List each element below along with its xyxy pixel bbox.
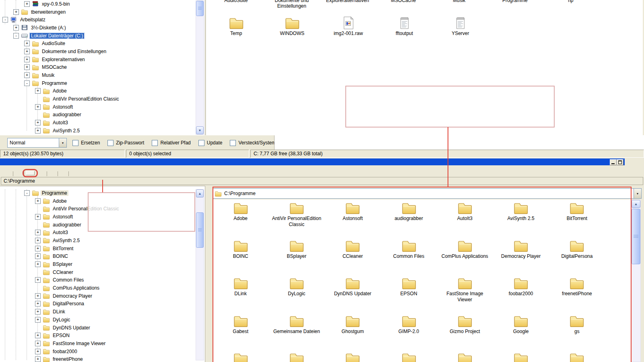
file-item[interactable]: EPSON xyxy=(381,275,437,313)
expander-toggle[interactable]: + xyxy=(35,104,41,110)
tree-item[interactable]: + Musik xyxy=(0,71,195,79)
file-item-partial[interactable] xyxy=(325,350,381,362)
tree-item[interactable]: + Astonsoft xyxy=(0,103,195,111)
expander-toggle[interactable]: + xyxy=(35,198,41,204)
expander-toggle[interactable]: + xyxy=(35,88,41,94)
expander-toggle[interactable]: + xyxy=(13,9,19,15)
expander-toggle[interactable]: + xyxy=(35,333,41,338)
file-item[interactable]: fftoutput xyxy=(376,14,432,52)
tree-item[interactable]: - Lokaler Datenträger (C:) xyxy=(0,32,195,40)
checkbox-box[interactable] xyxy=(72,140,78,146)
tree-item[interactable]: + foobar2000 xyxy=(0,348,195,356)
expander-toggle[interactable]: - xyxy=(24,190,30,196)
file-item[interactable]: Common Files xyxy=(381,237,437,275)
checkbox-option[interactable]: Ersetzen xyxy=(72,140,100,146)
tree-item[interactable]: ComPlus Applications xyxy=(0,284,195,292)
file-item[interactable]: DLink xyxy=(213,275,268,313)
tree-item[interactable]: AntiVir PersonalEdition Classic xyxy=(0,95,195,103)
minimize-button[interactable] xyxy=(610,159,617,165)
file-item[interactable]: Gemeinsame Dateien xyxy=(268,313,324,350)
file-item-clipped[interactable]: Exploreralternativen xyxy=(320,0,376,9)
file-item[interactable]: ComPlus Applications xyxy=(437,237,493,275)
tree-item[interactable]: DynDNS Updater xyxy=(0,324,195,332)
tree-item[interactable]: + AviSynth 2.5 xyxy=(0,237,195,245)
upper-tree-scrollbar[interactable]: ▼ xyxy=(196,0,204,135)
scroll-up-button[interactable]: ▲ xyxy=(632,200,640,208)
tab[interactable] xyxy=(26,171,35,175)
file-item[interactable]: AutoIt3 xyxy=(437,200,493,237)
dropdown-button[interactable]: ▼ xyxy=(59,138,66,147)
expander-toggle[interactable]: + xyxy=(24,57,30,62)
expander-toggle[interactable]: + xyxy=(35,214,41,220)
file-item-clipped[interactable]: Programme xyxy=(487,0,543,9)
tree-item[interactable]: + Dokumente und Einstellungen xyxy=(0,47,195,56)
file-item[interactable]: Google xyxy=(493,313,549,350)
tree-item[interactable]: + freenetiPhone xyxy=(0,355,195,362)
file-item[interactable]: YServer xyxy=(432,14,488,52)
tree-item[interactable]: + DyLogic xyxy=(0,316,195,324)
lower-files-scrollbar[interactable]: ▲ xyxy=(631,200,641,362)
tree-item[interactable]: + BSplayer xyxy=(0,260,195,268)
expander-toggle[interactable]: + xyxy=(35,230,41,235)
expander-toggle[interactable]: + xyxy=(35,309,41,315)
file-item[interactable]: audiograbber xyxy=(381,200,437,237)
expander-toggle[interactable]: + xyxy=(35,261,41,267)
file-item-partial[interactable] xyxy=(381,350,437,362)
checkbox-box[interactable] xyxy=(107,140,114,146)
tree-item[interactable]: + xpy-0.9.5-bin xyxy=(0,0,195,8)
file-item[interactable]: WINDOWS xyxy=(264,14,320,52)
expander-toggle[interactable]: + xyxy=(35,253,41,259)
file-item[interactable]: BitTorrent xyxy=(549,200,605,237)
tree-item[interactable]: audiograbber xyxy=(0,111,195,119)
address-combobox[interactable]: C:\Programme ▼ xyxy=(213,188,642,199)
mode-dropdown[interactable]: Normal ▼ xyxy=(7,138,67,148)
checkbox-box[interactable] xyxy=(198,140,204,146)
expander-toggle[interactable]: + xyxy=(35,349,41,354)
expander-toggle[interactable]: + xyxy=(24,1,30,7)
tree-item[interactable]: CCleaner xyxy=(0,268,195,276)
expander-toggle[interactable]: - xyxy=(24,80,30,86)
expander-toggle[interactable]: + xyxy=(35,238,41,243)
tree-item[interactable]: + 3½-Diskette (A:) xyxy=(0,24,195,32)
file-item-partial[interactable] xyxy=(213,350,268,362)
address-dropdown-button[interactable]: ▼ xyxy=(634,189,641,198)
file-item[interactable]: Gabest xyxy=(213,313,268,350)
expander-toggle[interactable]: + xyxy=(35,356,41,362)
file-item-partial[interactable] xyxy=(493,350,549,362)
scrollbar-thumb[interactable] xyxy=(632,209,640,264)
expander-toggle[interactable]: + xyxy=(35,246,41,251)
file-item[interactable]: BSplayer xyxy=(268,237,324,275)
scrollbar-thumb[interactable] xyxy=(196,212,204,248)
checkbox-option[interactable]: Zip-Passwort xyxy=(107,140,144,146)
file-item[interactable]: Temp xyxy=(208,14,264,52)
checkbox-option[interactable]: Versteckt/System xyxy=(230,140,275,146)
expander-toggle[interactable]: + xyxy=(35,277,41,283)
file-item[interactable]: AviSynth 2.5 xyxy=(493,200,549,237)
file-item[interactable]: AntiVir PersonalEdition Classic xyxy=(268,200,324,237)
file-item-clipped[interactable]: MSOCache xyxy=(376,0,431,9)
expander-toggle[interactable]: + xyxy=(35,120,41,125)
expander-toggle[interactable]: + xyxy=(13,25,19,31)
expander-toggle[interactable]: + xyxy=(24,49,30,54)
file-item[interactable]: GIMP-2.0 xyxy=(381,313,437,350)
file-item[interactable]: BOINC xyxy=(213,237,268,275)
expander-toggle[interactable]: + xyxy=(35,317,41,323)
file-item[interactable]: DynDNS Updater xyxy=(325,275,381,313)
splitter-title-bar[interactable] xyxy=(0,158,625,165)
tree-item[interactable]: - Programme xyxy=(0,79,195,87)
scrollbar-thumb[interactable] xyxy=(196,1,204,16)
file-item[interactable]: gs xyxy=(549,313,605,350)
expander-toggle[interactable]: + xyxy=(24,64,30,70)
file-item[interactable]: Ghostgum xyxy=(325,313,381,350)
tab[interactable] xyxy=(58,171,69,176)
checkbox-option[interactable]: Update xyxy=(198,140,223,146)
lower-tree-scrollbar[interactable]: ▲ xyxy=(196,189,204,360)
file-item[interactable]: DyLogic xyxy=(268,275,324,313)
expander-toggle[interactable]: + xyxy=(35,293,41,299)
file-item[interactable]: img2-001.raw xyxy=(320,14,376,52)
tree-item[interactable]: + Adobe xyxy=(0,87,195,95)
file-item-clipped[interactable]: rip xyxy=(543,0,599,9)
file-item-partial[interactable] xyxy=(268,350,324,362)
tree-item[interactable]: - Arbeitsplatz xyxy=(0,16,195,24)
file-item-clipped[interactable]: Musik xyxy=(431,0,487,9)
